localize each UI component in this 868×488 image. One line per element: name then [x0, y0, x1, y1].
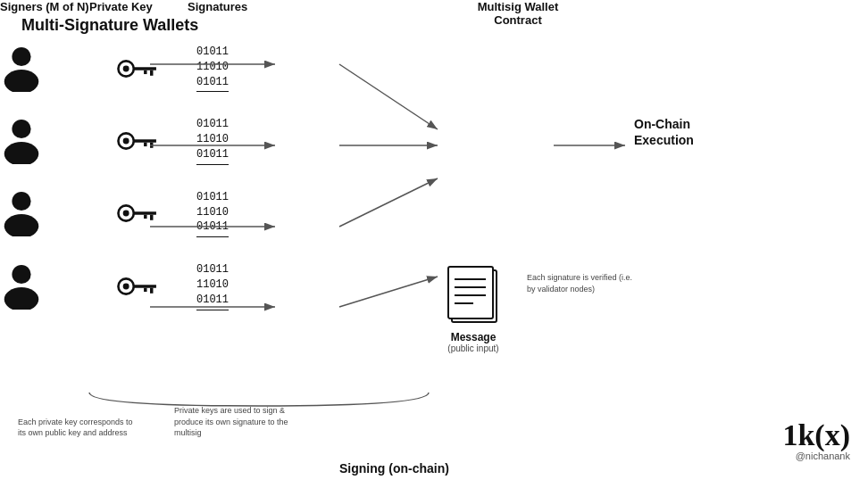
- sig-text-1: 010111101001011: [196, 45, 229, 92]
- key-icon-3: [115, 199, 162, 227]
- key-icon-4: [115, 272, 162, 301]
- col-header-signers: Signers (M of N): [0, 0, 89, 27]
- svg-point-0: [12, 47, 30, 66]
- onchain-execution: On-ChainExecution: [634, 116, 694, 148]
- note-sign-produce: Private keys are used to sign & produce …: [174, 405, 308, 439]
- svg-rect-11: [133, 139, 156, 142]
- svg-rect-5: [150, 70, 153, 75]
- message-sublabel: (public input): [447, 343, 500, 353]
- svg-point-10: [123, 138, 129, 145]
- onchain-label: On-ChainExecution: [634, 116, 694, 148]
- svg-rect-49: [448, 267, 493, 318]
- message-doc-icon: [447, 263, 500, 326]
- svg-point-22: [4, 287, 39, 310]
- person-icon-2: [0, 118, 43, 164]
- person-icon-4: [0, 263, 43, 310]
- svg-point-15: [4, 214, 39, 236]
- svg-rect-20: [144, 215, 146, 219]
- svg-point-1: [4, 70, 39, 92]
- message-label: Message: [447, 331, 500, 343]
- message-doc-area: Message (public input): [447, 263, 500, 353]
- svg-rect-19: [150, 215, 153, 220]
- svg-point-7: [12, 120, 30, 138]
- brand-handle: @nichanank: [782, 451, 850, 461]
- note-private-key: Each private key corresponds to its own …: [18, 417, 143, 439]
- signing-label: Signing (on-chain): [339, 461, 449, 476]
- svg-rect-4: [133, 67, 156, 70]
- svg-rect-13: [144, 143, 146, 146]
- sig-text-3: 010111101001011: [196, 190, 229, 237]
- signer-row-3: 010111101001011: [0, 190, 768, 237]
- col-header-sigs: Signatures: [188, 0, 304, 27]
- brand-area: 1k(x) @nichanank: [782, 420, 850, 461]
- signer-row-4: 010111101001011: [0, 262, 768, 310]
- key-icon-2: [115, 127, 162, 155]
- svg-point-21: [12, 265, 30, 284]
- verified-note: Each signature is verified (i.e. by vali…: [527, 272, 643, 294]
- signer-row-1: 010111101001011: [0, 45, 768, 92]
- person-icon-1: [0, 45, 43, 92]
- key-icon-1: [115, 54, 162, 83]
- col-header-key: Private Key: [89, 0, 188, 27]
- sig-text-2: 010111101001011: [196, 117, 229, 164]
- svg-rect-25: [133, 285, 156, 287]
- brand-logo: 1k(x): [782, 420, 850, 451]
- svg-rect-27: [144, 288, 146, 292]
- svg-rect-12: [150, 143, 153, 148]
- svg-point-3: [123, 65, 129, 71]
- svg-point-14: [12, 192, 30, 211]
- person-icon-3: [0, 190, 43, 236]
- svg-point-8: [4, 142, 39, 164]
- svg-rect-18: [133, 212, 156, 215]
- svg-point-24: [123, 283, 129, 289]
- svg-rect-26: [150, 288, 153, 294]
- svg-point-17: [123, 211, 129, 217]
- svg-rect-6: [144, 70, 146, 73]
- col-header-contract: Multisig WalletContract: [429, 0, 607, 27]
- sig-text-4: 010111101001011: [196, 262, 229, 310]
